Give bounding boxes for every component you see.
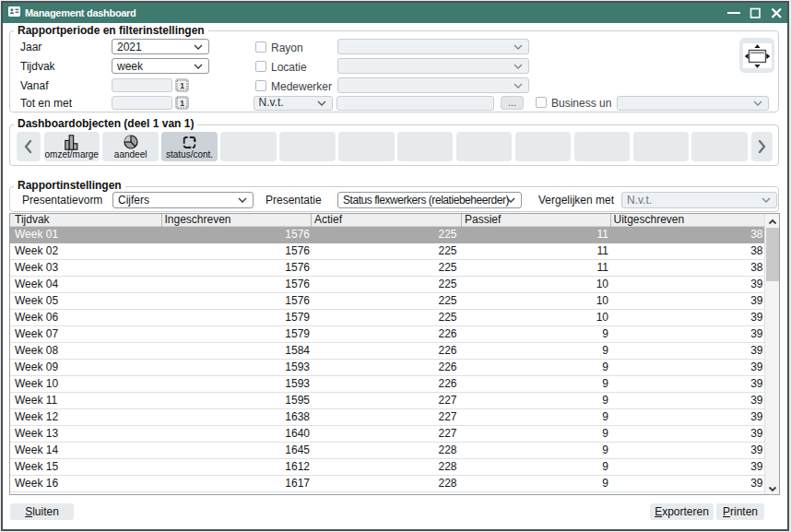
svg-text:1: 1 (180, 98, 184, 107)
svg-text:1: 1 (180, 80, 184, 89)
